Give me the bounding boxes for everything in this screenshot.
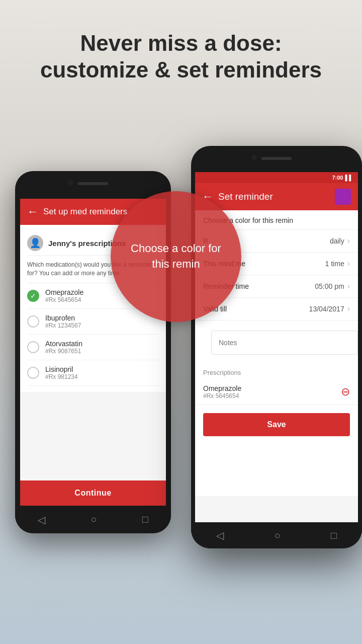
phone1-back-icon[interactable]: ← — [27, 205, 38, 218]
med-info-1: Ibuprofen #Rx 1234567 — [45, 314, 81, 329]
phone1-title: Set up med reminders — [43, 207, 127, 217]
med-check-1[interactable] — [27, 315, 39, 328]
color-swatch[interactable] — [335, 189, 351, 205]
repeat-chevron: › — [347, 236, 350, 246]
notes-input[interactable] — [211, 331, 358, 355]
med-rx-3: #Rx 981234 — [45, 373, 78, 380]
med-item-2[interactable]: Atorvastatin #Rx 9087651 — [27, 335, 159, 360]
valid-chevron: › — [347, 304, 350, 313]
med-check-3[interactable] — [27, 367, 39, 379]
save-container: Save — [195, 405, 358, 444]
med-rx-0: #Rx 5645654 — [45, 296, 83, 303]
med-name-0: Omeprazole — [45, 288, 83, 296]
presc-rx: #Rx 5645654 — [203, 392, 241, 399]
remove-prescription-button[interactable]: ⊖ — [341, 386, 350, 397]
headline-line1: Never miss a dose: — [20, 30, 342, 57]
notes-container — [195, 320, 358, 365]
valid-till-value: 13/04/2017 › — [309, 304, 350, 313]
user-icon: 👤 — [27, 235, 43, 251]
med-item-1[interactable]: Ibuprofen #Rx 1234567 — [27, 309, 159, 335]
med-info-2: Atorvastatin #Rx 9087651 — [45, 340, 82, 355]
phone2-title: Set reminder — [218, 191, 273, 202]
phone1-recent-nav[interactable]: □ — [142, 514, 148, 525]
presc-info: Omeprazole #Rx 5645654 — [203, 384, 241, 399]
med-rx-2: #Rx 9087651 — [45, 348, 82, 355]
med-rx-1: #Rx 1234567 — [45, 322, 81, 329]
time-chevron: › — [347, 282, 350, 291]
status-time: 7:00 — [332, 175, 343, 181]
phone2-camera — [251, 155, 256, 160]
med-check-2[interactable] — [27, 341, 39, 353]
headline-line2: customize & set reminders — [20, 57, 342, 84]
prescriptions-label: Prescriptions — [195, 365, 358, 379]
phone2-recent-nav[interactable]: □ — [331, 530, 337, 541]
phone1-back-nav[interactable]: ◁ — [38, 514, 45, 526]
phone1-speaker — [78, 182, 108, 185]
headline: Never miss a dose: customize & set remin… — [0, 30, 362, 84]
phone1-camera — [68, 180, 73, 185]
med-check-0[interactable]: ✓ — [27, 290, 39, 302]
med-info-0: Omeprazole #Rx 5645654 — [45, 288, 83, 303]
phone2-header: ← Set reminder — [195, 183, 358, 210]
med-item-3[interactable]: Lisinopril #Rx 981234 — [27, 360, 159, 386]
phone2-speaker — [261, 157, 292, 160]
repeat-value: daily › — [330, 236, 350, 246]
color-picker-magnifier: Choose a color for this remin — [111, 191, 241, 322]
med-name-1: Ibuprofen — [45, 314, 81, 322]
status-bar: 7:00 ▌▌ — [195, 172, 358, 183]
phone1-nav: ◁ ○ □ — [15, 506, 171, 533]
remind-value: 1 time › — [325, 259, 350, 268]
phone2-nav: ◁ ○ □ — [191, 522, 362, 548]
continue-button[interactable]: Continue — [20, 480, 166, 506]
presc-name: Omeprazole — [203, 384, 241, 392]
reminder-time-value: 05:00 pm › — [315, 282, 350, 291]
prescription-item: Omeprazole #Rx 5645654 ⊖ — [195, 379, 358, 405]
phone2-home-nav[interactable]: ○ — [274, 530, 280, 541]
med-info-3: Lisinopril #Rx 981234 — [45, 365, 78, 380]
med-name-2: Atorvastatin — [45, 340, 82, 348]
med-name-3: Lisinopril — [45, 365, 78, 373]
magnifier-text: Choose a color for this remin — [111, 231, 241, 282]
remind-chevron: › — [347, 259, 350, 268]
phone1-home-nav[interactable]: ○ — [90, 514, 97, 525]
phone2-back-nav[interactable]: ◁ — [216, 529, 224, 541]
signal-icon: ▌▌ — [345, 175, 353, 181]
save-button[interactable]: Save — [203, 413, 350, 436]
